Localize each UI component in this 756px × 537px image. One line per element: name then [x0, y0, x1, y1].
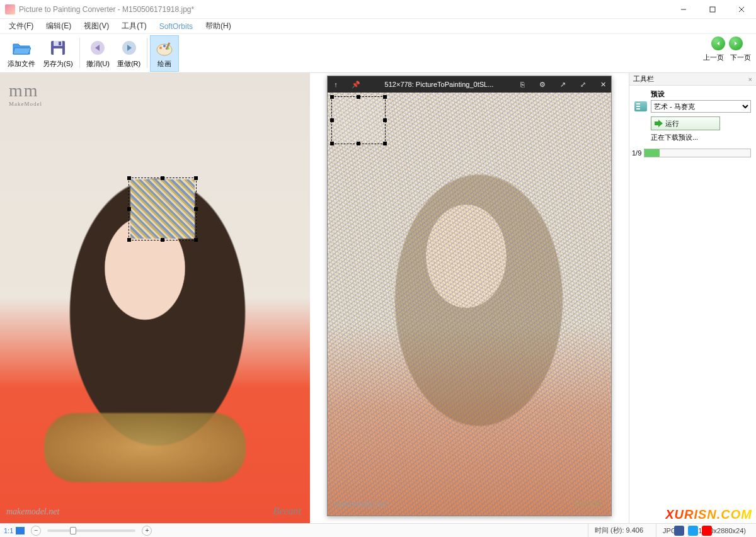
svg-rect-7	[59, 42, 61, 45]
paint-button[interactable]: 绘画	[150, 35, 179, 72]
preview-pin-icon[interactable]: 📌	[352, 81, 360, 89]
painting-output: makemodel.net Beeant	[328, 93, 611, 516]
window-controls	[669, 0, 756, 19]
add-file-label: 添加文件	[8, 59, 35, 69]
preset-select[interactable]: 艺术 - 马赛克	[651, 100, 751, 113]
makemodel-logo: mm MakeModel	[9, 81, 42, 107]
menu-help[interactable]: 帮助(H)	[200, 19, 236, 33]
side-panel: 工具栏 × 预设 艺术 - 马赛克 运行 正在下载预设... 1/9	[629, 73, 756, 523]
window-title: Picture to Painting Converter - M1505061…	[19, 5, 669, 14]
run-button[interactable]: 运行	[651, 116, 720, 130]
handle-top-left[interactable]	[127, 176, 131, 180]
menu-edit[interactable]: 编辑(E)	[41, 19, 76, 33]
redo-button[interactable]: 重做(R)	[113, 35, 144, 72]
svg-rect-6	[54, 48, 62, 55]
preview-header: ↑ 📌 512×778: PictureToPainting_0tSL... ⎘…	[328, 76, 611, 93]
side-panel-title: 工具栏	[633, 74, 654, 84]
folder-open-icon	[11, 38, 32, 58]
handle-mid-right[interactable]	[194, 207, 198, 211]
brand-watermark: XURISN.COM	[665, 507, 752, 522]
side-panel-close-icon[interactable]: ×	[748, 76, 752, 83]
handle-bot-mid[interactable]	[161, 238, 164, 242]
menu-bar: 文件(F) 编辑(E) 视图(V) 工具(T) SoftOrbits 帮助(H)	[0, 19, 756, 34]
add-file-button[interactable]: 添加文件	[4, 35, 39, 72]
status-time: 时间 (秒): 9.406	[588, 524, 650, 537]
maximize-button[interactable]	[698, 0, 727, 19]
preview-window: ↑ 📌 512×778: PictureToPainting_0tSL... ⎘…	[327, 76, 612, 516]
progress-fill	[644, 149, 659, 157]
preview-back-icon[interactable]: ↑	[331, 81, 340, 88]
app-icon	[5, 4, 15, 14]
social-icons	[674, 526, 712, 536]
facebook-icon[interactable]	[674, 526, 684, 536]
preview-selection-box[interactable]	[331, 96, 386, 144]
zoom-out-button[interactable]: −	[31, 526, 41, 536]
handle-bot-left[interactable]	[127, 238, 131, 242]
svg-point-12	[163, 45, 166, 47]
twitter-icon[interactable]	[688, 526, 698, 536]
undo-button[interactable]: 撤消(U)	[83, 35, 113, 72]
preview-title: 512×778: PictureToPainting_0tSL...	[372, 81, 507, 88]
original-image-pane[interactable]: mm MakeModel makemodel.net Beeant	[0, 73, 310, 523]
preset-icon	[634, 101, 647, 111]
handle-bot-right[interactable]	[194, 238, 198, 242]
side-panel-header: 工具栏 ×	[629, 73, 756, 86]
zoom-slider[interactable]	[47, 529, 135, 532]
menu-softorbits[interactable]: SoftOrbits	[154, 20, 198, 33]
status-bar: 1:1 − + 时间 (秒): 9.406 JPG (1920x2880x24)	[0, 523, 756, 537]
handle-top-mid[interactable]	[161, 176, 164, 180]
progress-row: 1/9	[629, 147, 756, 159]
minimize-button[interactable]	[669, 0, 698, 19]
zoom-slider-knob[interactable]	[70, 527, 76, 534]
zoom-ratio[interactable]: 1:1	[4, 527, 25, 534]
next-page-label: 下一页	[730, 53, 751, 62]
redo-label: 重做(R)	[117, 59, 140, 69]
svg-point-11	[159, 47, 162, 49]
thumbnail-icon[interactable]	[16, 527, 25, 534]
handle-mid-left[interactable]	[127, 207, 131, 211]
svg-rect-1	[710, 7, 715, 12]
preview-body[interactable]: makemodel.net Beeant	[328, 93, 611, 516]
preview-settings-icon[interactable]: ⚙	[538, 81, 547, 89]
original-photo	[0, 73, 310, 523]
download-status: 正在下载预设...	[651, 133, 751, 142]
prev-page-button[interactable]	[711, 37, 725, 50]
toolbar: 添加文件 另存为(S) 撤消(U) 重做(R) 绘画	[0, 34, 756, 73]
preview-copy-icon[interactable]: ⎘	[518, 81, 527, 88]
preview-share-icon[interactable]: ↗	[558, 81, 567, 89]
preview-close-icon[interactable]: ✕	[598, 81, 607, 89]
selection-box[interactable]	[129, 178, 197, 240]
next-page-button[interactable]	[729, 37, 743, 50]
palette-icon	[154, 38, 175, 58]
watermark-author: Beeant	[273, 506, 301, 517]
run-arrow-icon	[651, 117, 665, 130]
undo-label: 撤消(U)	[86, 59, 110, 69]
save-as-label: 另存为(S)	[43, 59, 73, 69]
run-label: 运行	[665, 119, 679, 128]
preview-watermark-author: Beeant	[575, 498, 602, 509]
close-button[interactable]	[727, 0, 756, 19]
work-area: mm MakeModel makemodel.net Beeant ↑ 📌 51…	[0, 73, 756, 523]
handle-top-right[interactable]	[194, 176, 198, 180]
youtube-icon[interactable]	[702, 526, 712, 536]
watermark-url: makemodel.net	[6, 507, 59, 517]
paint-label: 绘画	[158, 59, 171, 69]
preview-watermark-url: makemodel.net	[334, 499, 387, 509]
redo-icon	[119, 38, 139, 58]
save-as-button[interactable]: 另存为(S)	[39, 35, 77, 72]
progress-text: 1/9	[632, 149, 641, 157]
menu-file[interactable]: 文件(F)	[4, 19, 38, 33]
progress-bar	[644, 149, 751, 157]
preview-fullscreen-icon[interactable]: ⤢	[578, 81, 587, 89]
preset-label: 预设	[651, 89, 751, 99]
prev-page-label: 上一页	[703, 53, 724, 62]
zoom-in-button[interactable]: +	[142, 526, 152, 536]
selection-preview	[130, 179, 195, 239]
page-nav: 上一页 下一页	[703, 37, 751, 62]
preview-pane: ↑ 📌 512×778: PictureToPainting_0tSL... ⎘…	[310, 73, 629, 523]
undo-icon	[88, 38, 108, 58]
menu-tools[interactable]: 工具(T)	[117, 19, 151, 33]
menu-view[interactable]: 视图(V)	[79, 19, 114, 33]
floppy-disk-icon	[48, 38, 68, 58]
title-bar: Picture to Painting Converter - M1505061…	[0, 0, 756, 19]
